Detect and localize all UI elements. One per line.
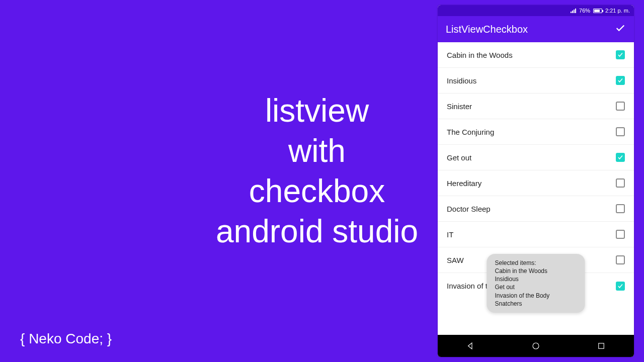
list-item-label: Doctor Sleep [447,205,491,213]
list-item[interactable]: Get out [438,145,634,170]
triangle-back-icon [466,341,475,350]
svg-marker-0 [468,343,472,349]
list-item-label: SAW [447,256,464,264]
checkbox[interactable] [616,178,625,188]
square-recent-icon [597,341,606,350]
battery-percent: 76% [579,8,590,14]
phone-frame: 76% 2:21 p. m. ListViewCheckbox Cabin in… [438,5,634,357]
app-bar: ListViewCheckbox [438,16,634,42]
checkbox[interactable] [616,76,625,85]
done-button[interactable] [615,23,626,36]
list-item-label: The Conjuring [447,128,494,136]
checkbox[interactable] [616,282,625,291]
check-icon [617,154,623,160]
check-icon [617,52,623,58]
list-item-label: IT [447,230,453,239]
checkbox[interactable] [616,50,625,59]
check-icon [615,23,626,34]
checkbox[interactable] [616,255,625,264]
list-item-label: Sinister [447,102,472,111]
list-item[interactable]: Sinister [438,94,634,119]
app-title: ListViewCheckbox [446,24,528,35]
nav-home-button[interactable] [531,341,540,350]
list-item[interactable]: Doctor Sleep [438,196,634,222]
checkbox[interactable] [616,230,625,239]
signal-icon [571,9,576,13]
checkbox[interactable] [616,153,625,162]
toast: Selected items: Cabin in the Woods Insid… [487,254,585,313]
list-item[interactable]: Hereditary [438,170,634,196]
status-bar: 76% 2:21 p. m. [438,5,634,16]
list-item[interactable]: Insidious [438,68,634,94]
list-item[interactable]: IT [438,222,634,247]
circle-home-icon [531,341,540,350]
list-item[interactable]: Cabin in the Woods [438,42,634,68]
android-nav-bar [438,335,634,357]
list-item-label: Cabin in the Woods [447,51,513,59]
list-item[interactable]: The Conjuring [438,119,634,145]
check-icon [617,283,623,289]
svg-point-1 [533,343,539,349]
list-item-label: Get out [447,153,471,162]
checkbox[interactable] [616,204,625,213]
brand-label: { Neko Code; } [20,331,112,347]
status-time: 2:21 p. m. [605,8,630,14]
list-item-label: Hereditary [447,179,481,188]
checkbox[interactable] [616,127,625,136]
list-item-label: Insidious [447,76,476,85]
nav-back-button[interactable] [466,341,475,350]
slide-title: listview with checkbox android studio [201,90,433,251]
battery-icon [593,9,602,13]
check-icon [617,77,623,83]
nav-recent-button[interactable] [597,341,606,350]
svg-rect-2 [599,343,604,349]
checkbox[interactable] [616,102,625,111]
